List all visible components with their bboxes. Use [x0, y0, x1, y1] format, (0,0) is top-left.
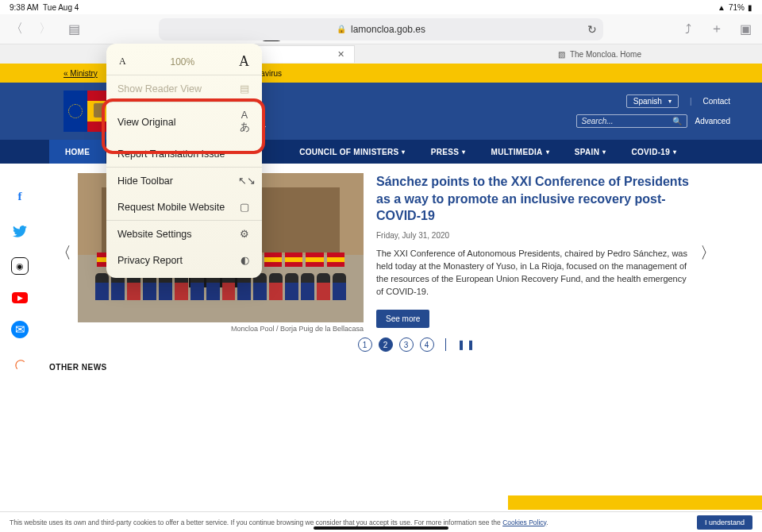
see-more-button[interactable]: See more: [376, 310, 429, 328]
search-icon[interactable]: 🔍: [672, 117, 682, 125]
arrows-icon: ↖↘: [238, 175, 251, 187]
advanced-search-link[interactable]: Advanced: [695, 117, 730, 125]
section-underline: [508, 495, 762, 510]
tab-favicon-icon: ▧: [558, 50, 565, 59]
menu-website-settings[interactable]: Website Settings⚙: [106, 221, 262, 247]
back-button[interactable]: 〈: [8, 21, 25, 38]
battery-percent: 71%: [729, 3, 745, 12]
carousel-next-button[interactable]: 〉: [694, 242, 722, 264]
menu-request-mobile[interactable]: Request Mobile Website▢: [106, 194, 262, 220]
pager-pause-button[interactable]: ❚❚: [457, 339, 476, 350]
pager-dot[interactable]: 2: [379, 337, 393, 352]
article-summary: The XXI Conference of Autonomous Preside…: [376, 248, 689, 299]
translate-icon: Aあ: [238, 110, 251, 134]
pager-dot[interactable]: 3: [399, 337, 414, 352]
tab-other-label: The Moncloa. Home: [570, 50, 641, 59]
social-rail: f ◉ ▶ ✉ ◠: [11, 187, 29, 373]
cookies-accept-button[interactable]: I understand: [697, 515, 752, 530]
other-news-heading: OTHER NEWS: [49, 363, 762, 372]
rss-icon[interactable]: ◠: [7, 352, 32, 376]
chevron-down-icon: ▾: [673, 148, 676, 156]
ipad-status-bar: 9:38 AM Tue Aug 4 ▲ 71% ▮: [0, 0, 762, 14]
carousel-prev-button[interactable]: 〈: [49, 242, 78, 264]
contact-link[interactable]: Contact: [703, 97, 730, 106]
nav-item[interactable]: SPAIN▾: [562, 140, 619, 164]
menu-view-original[interactable]: View OriginalAあ: [106, 102, 262, 141]
new-tab-button[interactable]: ＋: [708, 21, 725, 38]
cookies-policy-link[interactable]: Cookies Policy: [502, 519, 546, 526]
instagram-icon[interactable]: ◉: [11, 257, 29, 275]
page-settings-popover: A 100% A Show Reader View▤ View Original…: [106, 44, 262, 278]
reader-icon: ▤: [238, 83, 251, 94]
pager-separator: [445, 338, 446, 351]
safari-toolbar: 〈 〉 ▤ Aあ 🔒 lamoncloa.gob.es ↻ ⤴ ＋ ▣: [0, 14, 762, 44]
wifi-icon: ▲: [718, 3, 725, 12]
status-date: Tue Aug 4: [43, 3, 79, 12]
share-button[interactable]: ⤴: [679, 21, 697, 38]
chevron-down-icon: ▾: [462, 148, 465, 156]
chevron-down-icon: ▾: [546, 148, 549, 156]
gear-icon: ⚙: [238, 228, 251, 240]
photo-caption: Moncloa Pool / Borja Puig de la Bellacas…: [78, 322, 364, 333]
cookie-text: This website uses its own and third-part…: [10, 519, 502, 526]
forward-button[interactable]: 〉: [37, 21, 54, 38]
messenger-icon[interactable]: ✉: [11, 321, 29, 338]
carousel-pager: 1 2 3 4 ❚❚: [0, 337, 762, 352]
battery-icon: ▮: [748, 3, 752, 12]
zoom-out-button[interactable]: A: [119, 56, 126, 67]
nav-item[interactable]: COVID-19▾: [618, 140, 689, 164]
address-domain: lamoncloa.gob.es: [351, 24, 425, 35]
lock-icon: 🔒: [337, 25, 346, 33]
search-input[interactable]: [582, 117, 661, 125]
language-select[interactable]: Spanish▾: [626, 94, 679, 108]
menu-hide-toolbar[interactable]: Hide Toolbar↖↘: [106, 168, 262, 194]
address-bar[interactable]: 🔒 lamoncloa.gob.es ↻: [159, 18, 603, 40]
reload-button[interactable]: ↻: [587, 23, 597, 36]
zoom-in-button[interactable]: A: [239, 53, 249, 70]
twitter-icon[interactable]: [11, 222, 29, 240]
nav-home[interactable]: HOME: [49, 140, 106, 164]
article-date: Friday, July 31, 2020: [376, 231, 689, 240]
article-headline[interactable]: Sánchez points to the XXI Conference of …: [376, 173, 689, 225]
menu-show-reader: Show Reader View▤: [106, 75, 262, 102]
search-box[interactable]: 🔍: [576, 114, 687, 128]
sidebar-button[interactable]: ▤: [65, 21, 83, 38]
nav-item[interactable]: MULTIMEDIA▾: [479, 140, 562, 164]
banner-link[interactable]: « Ministry: [64, 69, 98, 78]
chevron-down-icon: ▾: [602, 148, 606, 156]
status-time: 9:38 AM: [10, 3, 39, 12]
youtube-icon[interactable]: ▶: [12, 292, 28, 303]
chevron-down-icon: ▾: [668, 98, 672, 105]
pager-dot[interactable]: 1: [358, 337, 372, 352]
nav-item[interactable]: COUNCIL OF MINISTERS▾: [287, 140, 418, 164]
shield-icon: ◐: [238, 254, 251, 266]
chevron-down-icon: ▾: [402, 148, 405, 156]
tabs-button[interactable]: ▣: [737, 21, 754, 38]
close-tab-icon[interactable]: ✕: [337, 49, 344, 60]
home-indicator[interactable]: [314, 526, 448, 530]
menu-report-translation[interactable]: Report Translation Issue: [106, 141, 262, 167]
pager-dot[interactable]: 4: [420, 337, 434, 352]
tab-other[interactable]: ▧ The Moncloa. Home: [548, 45, 651, 63]
nav-item[interactable]: PRESS▾: [418, 140, 479, 164]
facebook-icon[interactable]: f: [11, 187, 29, 205]
eu-flag-icon: [64, 91, 87, 132]
device-icon: ▢: [238, 201, 251, 213]
menu-privacy-report[interactable]: Privacy Report◐: [106, 247, 262, 273]
zoom-level: 100%: [170, 56, 194, 67]
